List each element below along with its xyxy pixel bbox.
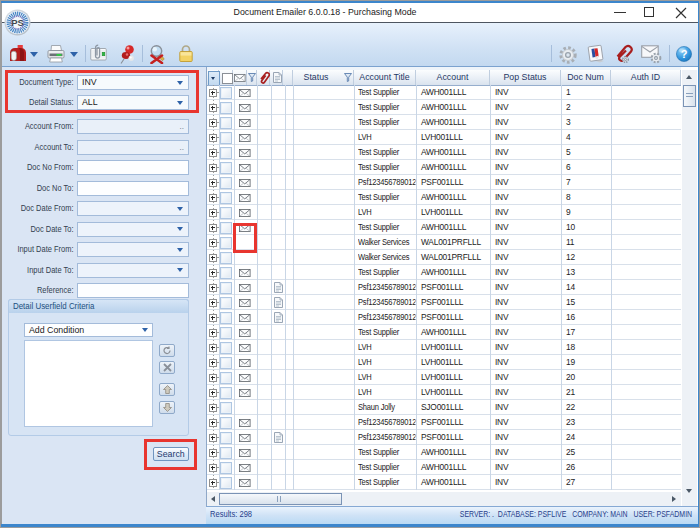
svg-text:PS: PS [11, 17, 24, 28]
svg-text:?: ? [681, 48, 688, 60]
